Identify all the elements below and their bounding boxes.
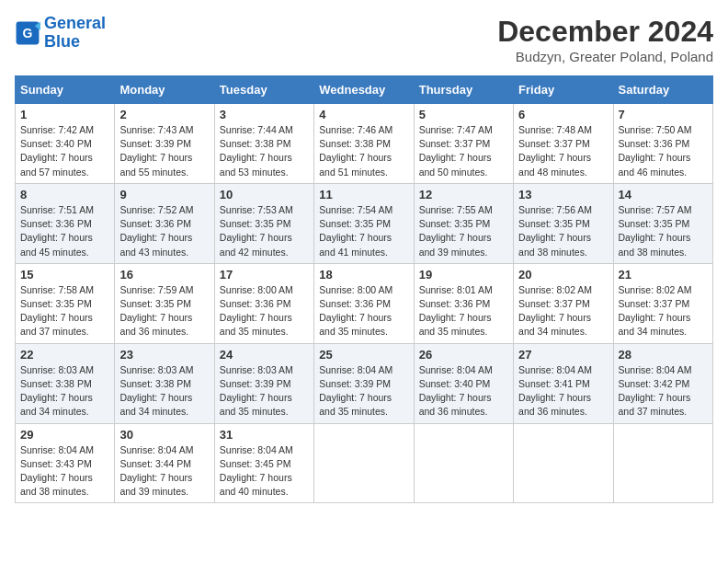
day-info: Sunrise: 8:01 AMSunset: 3:36 PMDaylight:…	[419, 283, 508, 339]
table-row	[613, 423, 712, 503]
calendar-row: 29 Sunrise: 8:04 AMSunset: 3:43 PMDaylig…	[16, 423, 713, 503]
table-row	[514, 423, 613, 503]
day-number: 10	[220, 188, 309, 201]
day-info: Sunrise: 7:50 AMSunset: 3:36 PMDaylight:…	[619, 123, 708, 179]
day-number: 3	[220, 108, 309, 121]
table-row: 15 Sunrise: 7:58 AMSunset: 3:35 PMDaylig…	[16, 263, 115, 343]
day-info: Sunrise: 8:04 AMSunset: 3:39 PMDaylight:…	[319, 363, 408, 419]
calendar-row: 1 Sunrise: 7:42 AMSunset: 3:40 PMDayligh…	[16, 104, 713, 184]
day-number: 6	[518, 108, 608, 121]
table-row: 6 Sunrise: 7:48 AMSunset: 3:37 PMDayligh…	[514, 104, 613, 184]
day-info: Sunrise: 7:59 AMSunset: 3:35 PMDaylight:…	[119, 283, 209, 339]
day-number: 13	[518, 188, 608, 201]
day-number: 31	[220, 428, 309, 442]
logo-line1: General	[44, 14, 106, 32]
table-row: 2 Sunrise: 7:43 AMSunset: 3:39 PMDayligh…	[115, 104, 214, 184]
day-info: Sunrise: 7:52 AMSunset: 3:36 PMDaylight:…	[119, 203, 209, 259]
day-info: Sunrise: 8:04 AMSunset: 3:40 PMDaylight:…	[419, 363, 508, 419]
logo-line2: Blue	[44, 32, 80, 51]
day-number: 14	[619, 188, 708, 201]
table-row: 18 Sunrise: 8:00 AMSunset: 3:36 PMDaylig…	[314, 263, 414, 343]
location-title: Budzyn, Greater Poland, Poland	[497, 49, 713, 64]
day-info: Sunrise: 7:56 AMSunset: 3:35 PMDaylight:…	[518, 203, 608, 259]
day-info: Sunrise: 8:04 AMSunset: 3:45 PMDaylight:…	[220, 443, 309, 500]
month-title: December 2024	[497, 15, 713, 49]
day-number: 15	[20, 268, 109, 282]
day-number: 12	[419, 188, 508, 201]
day-number: 22	[20, 348, 109, 362]
table-row: 20 Sunrise: 8:02 AMSunset: 3:37 PMDaylig…	[514, 263, 613, 343]
table-row: 11 Sunrise: 7:54 AMSunset: 3:35 PMDaylig…	[314, 183, 414, 263]
col-wednesday: Wednesday	[314, 76, 414, 104]
col-friday: Friday	[514, 76, 613, 104]
table-row	[314, 423, 414, 503]
day-number: 16	[119, 268, 209, 282]
day-number: 23	[119, 348, 209, 362]
col-tuesday: Tuesday	[214, 76, 313, 104]
title-area: December 2024 Budzyn, Greater Poland, Po…	[497, 15, 713, 64]
col-sunday: Sunday	[16, 76, 115, 104]
table-row: 21 Sunrise: 8:02 AMSunset: 3:37 PMDaylig…	[613, 263, 712, 343]
day-number: 25	[319, 348, 408, 362]
day-info: Sunrise: 8:00 AMSunset: 3:36 PMDaylight:…	[220, 283, 309, 339]
day-info: Sunrise: 8:04 AMSunset: 3:43 PMDaylight:…	[20, 443, 109, 500]
day-info: Sunrise: 7:43 AMSunset: 3:39 PMDaylight:…	[119, 123, 209, 179]
table-row	[414, 423, 513, 503]
day-number: 4	[319, 108, 408, 121]
col-thursday: Thursday	[414, 76, 513, 104]
day-number: 24	[220, 348, 309, 362]
day-number: 26	[419, 348, 508, 362]
table-row: 24 Sunrise: 8:03 AMSunset: 3:39 PMDaylig…	[214, 343, 313, 423]
table-row: 13 Sunrise: 7:56 AMSunset: 3:35 PMDaylig…	[514, 183, 613, 263]
table-row: 1 Sunrise: 7:42 AMSunset: 3:40 PMDayligh…	[16, 104, 115, 184]
day-number: 19	[419, 268, 508, 282]
day-number: 2	[119, 108, 209, 121]
table-row: 30 Sunrise: 8:04 AMSunset: 3:44 PMDaylig…	[115, 423, 214, 503]
day-number: 18	[319, 268, 408, 282]
day-info: Sunrise: 8:04 AMSunset: 3:41 PMDaylight:…	[518, 363, 608, 419]
day-number: 21	[619, 268, 708, 282]
day-number: 1	[20, 108, 109, 121]
day-info: Sunrise: 8:03 AMSunset: 3:38 PMDaylight:…	[119, 363, 209, 419]
table-row: 29 Sunrise: 8:04 AMSunset: 3:43 PMDaylig…	[16, 423, 115, 503]
day-number: 8	[20, 188, 109, 201]
day-number: 28	[619, 348, 708, 362]
day-number: 29	[20, 428, 109, 442]
day-info: Sunrise: 8:03 AMSunset: 3:38 PMDaylight:…	[20, 363, 109, 419]
day-number: 11	[319, 188, 408, 201]
table-row: 8 Sunrise: 7:51 AMSunset: 3:36 PMDayligh…	[16, 183, 115, 263]
calendar-row: 22 Sunrise: 8:03 AMSunset: 3:38 PMDaylig…	[16, 343, 713, 423]
day-info: Sunrise: 7:42 AMSunset: 3:40 PMDaylight:…	[20, 123, 109, 179]
table-row: 16 Sunrise: 7:59 AMSunset: 3:35 PMDaylig…	[115, 263, 214, 343]
table-row: 12 Sunrise: 7:55 AMSunset: 3:35 PMDaylig…	[414, 183, 513, 263]
table-row: 31 Sunrise: 8:04 AMSunset: 3:45 PMDaylig…	[214, 423, 313, 503]
day-info: Sunrise: 8:04 AMSunset: 3:42 PMDaylight:…	[619, 363, 708, 419]
table-row: 4 Sunrise: 7:46 AMSunset: 3:38 PMDayligh…	[314, 104, 414, 184]
day-number: 7	[619, 108, 708, 121]
col-saturday: Saturday	[613, 76, 712, 104]
table-row: 23 Sunrise: 8:03 AMSunset: 3:38 PMDaylig…	[115, 343, 214, 423]
day-info: Sunrise: 7:48 AMSunset: 3:37 PMDaylight:…	[518, 123, 608, 179]
day-info: Sunrise: 8:04 AMSunset: 3:44 PMDaylight:…	[119, 443, 209, 500]
day-info: Sunrise: 8:00 AMSunset: 3:36 PMDaylight:…	[319, 283, 408, 339]
svg-text:G: G	[23, 25, 33, 40]
header-row: Sunday Monday Tuesday Wednesday Thursday…	[16, 76, 713, 104]
table-row: 22 Sunrise: 8:03 AMSunset: 3:38 PMDaylig…	[16, 343, 115, 423]
table-row: 5 Sunrise: 7:47 AMSunset: 3:37 PMDayligh…	[414, 104, 513, 184]
day-info: Sunrise: 8:02 AMSunset: 3:37 PMDaylight:…	[518, 283, 608, 339]
day-number: 20	[518, 268, 608, 282]
day-number: 5	[419, 108, 508, 121]
day-info: Sunrise: 7:57 AMSunset: 3:35 PMDaylight:…	[619, 203, 708, 259]
day-number: 30	[119, 428, 209, 442]
day-number: 9	[119, 188, 209, 201]
day-number: 17	[220, 268, 309, 282]
day-info: Sunrise: 7:47 AMSunset: 3:37 PMDaylight:…	[419, 123, 508, 179]
col-monday: Monday	[115, 76, 214, 104]
calendar-row: 15 Sunrise: 7:58 AMSunset: 3:35 PMDaylig…	[16, 263, 713, 343]
day-info: Sunrise: 8:02 AMSunset: 3:37 PMDaylight:…	[619, 283, 708, 339]
logo-icon: G	[15, 20, 40, 46]
day-number: 27	[518, 348, 608, 362]
table-row: 27 Sunrise: 8:04 AMSunset: 3:41 PMDaylig…	[514, 343, 613, 423]
day-info: Sunrise: 7:54 AMSunset: 3:35 PMDaylight:…	[319, 203, 408, 259]
logo: G General Blue	[15, 15, 106, 52]
